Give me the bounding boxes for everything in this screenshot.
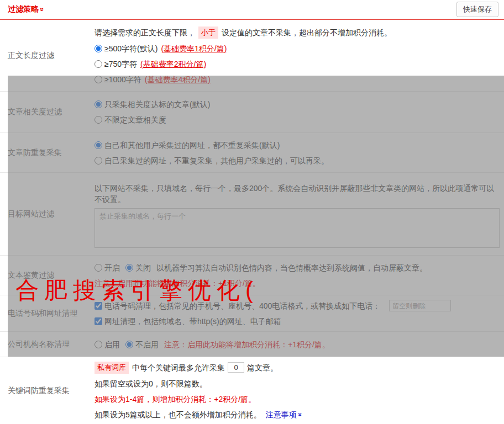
company-option-on-radio[interactable]	[95, 341, 102, 348]
phone-clean-checkbox[interactable]	[95, 302, 102, 310]
row-content-clean: 电话号码清理，包括常见的手机号、座机号、400电话格式，或替换成如下电话： 网址…	[95, 295, 504, 331]
dedup-option-global[interactable]: 自己和其他用户采集过的网址，都不重复采集(默认)	[95, 140, 280, 151]
length-option-750-radio[interactable]	[95, 60, 102, 68]
length-option-500-radio[interactable]	[95, 45, 102, 52]
porn-option-on[interactable]: 开启	[95, 262, 120, 273]
relevance-option-any-radio[interactable]	[95, 116, 102, 124]
quick-save-button[interactable]: 快速保存	[456, 2, 498, 17]
keyword-line1-mid: 中每个关键词最多允许采集	[132, 362, 225, 373]
dedup-option-self-radio[interactable]	[95, 157, 102, 165]
length-option-750[interactable]: ≥750字符 (基础费率2积分/篇)	[95, 59, 206, 70]
dedup-option-self[interactable]: 自己采集过的网址，不重复采集，其他用户采集过的，可以再采。	[95, 155, 329, 166]
porn-filter-description: 以机器学习算法自动识别色情内容，当色情概率达到系统阈值，自动屏蔽文章。	[156, 262, 427, 273]
page-title[interactable]: 过滤策略 »	[8, 4, 44, 14]
row-label-body-length: 正文长度过滤	[0, 20, 95, 91]
length-option-1000-fee: (基础费率4积分/篇)	[145, 74, 211, 85]
row-dedup-filter: 文章防重复采集 自己和其他用户采集过的网址，都不重复采集(默认) 自己采集过的网…	[0, 133, 504, 173]
company-option-off-radio[interactable]	[125, 341, 133, 348]
length-option-1000[interactable]: ≥1000字符 (基础费率4积分/篇)	[95, 74, 211, 85]
keyword-line2: 如果留空或设为0，则不限篇数。	[95, 376, 500, 391]
length-intro-post: 设定值的文章不采集，超出部分不增加积分消耗。	[222, 27, 392, 38]
row-content-body-length: 请选择需求的正文长度下限， 小于 设定值的文章不采集，超出部分不增加积分消耗。 …	[95, 20, 504, 91]
phone-clean-option[interactable]: 电话号码清理，包括常见的手机号、座机号、400电话格式，或替换成如下电话：	[95, 300, 380, 311]
company-option-off[interactable]: 不启用	[125, 339, 159, 350]
company-option-on[interactable]: 启用	[95, 339, 120, 350]
filter-strategy-page: 过滤策略 » 快速保存 正文长度过滤 请选择需求的正文长度下限， 小于 设定值的…	[0, 0, 504, 424]
porn-option-off-radio[interactable]	[125, 264, 133, 272]
length-option-1000-radio[interactable]	[95, 76, 102, 83]
row-label-site: 目标网站过滤	[0, 173, 95, 255]
row-content-porn: 开启 关闭 以机器学习算法自动识别色情内容，当色情概率达到系统阈值，自动屏蔽文章…	[95, 256, 504, 295]
topbar: 过滤策略 » 快速保存	[0, 0, 504, 20]
notice-link-text: 注意事项	[266, 409, 297, 420]
length-option-1000-label: ≥1000字符	[104, 74, 141, 85]
length-option-750-label: ≥750字符	[104, 59, 137, 70]
row-label-company: 公司机构名称清理	[0, 332, 95, 357]
row-label-relevance: 文章相关度过滤	[0, 92, 95, 132]
relevance-option-strict-radio[interactable]	[95, 100, 102, 108]
row-company-filter: 公司机构名称清理 启用 不启用 注意：启用此功能将增加积分消耗：+1积分/篇。	[0, 332, 504, 357]
company-option-on-label: 启用	[104, 339, 120, 350]
length-intro-text: 请选择需求的正文长度下限， 小于 设定值的文章不采集，超出部分不增加积分消耗。	[95, 24, 500, 41]
relevance-option-any-label: 不限定文章相关度	[104, 114, 166, 125]
row-content-keyword: 私有词库 中每个关键词最多允许采集 篇文章。 如果留空或设为0，则不限篇数。 如…	[95, 357, 504, 424]
porn-filter-note: 注意：启用此功能将增加积分消耗：+1积分/篇。	[95, 275, 500, 291]
url-clean-option[interactable]: 网址清理，包括纯域名、带http(s)的网址、电子邮箱	[95, 316, 281, 327]
row-content-relevance: 只采集相关度达标的文章(默认) 不限定文章相关度	[95, 92, 504, 132]
dedup-option-global-radio[interactable]	[95, 141, 102, 149]
url-clean-label: 网址清理，包括纯域名、带http(s)的网址、电子邮箱	[104, 316, 281, 327]
row-body-length-filter: 正文长度过滤 请选择需求的正文长度下限， 小于 设定值的文章不采集，超出部分不增…	[0, 20, 504, 92]
site-filter-description: 以下网站不采集，只填域名，每行一个，最多200个。系统会自动识别并屏蔽那些非文章…	[95, 181, 500, 207]
porn-option-off[interactable]: 关闭	[125, 262, 151, 273]
row-label-keyword: 关键词防重复采集	[0, 357, 95, 424]
keyword-line4: 如果设为5篇或以上，也不会额外增加积分消耗。	[95, 409, 261, 420]
notice-link[interactable]: 注意事项 »	[266, 409, 302, 420]
url-clean-checkbox[interactable]	[95, 317, 102, 325]
row-content-site: 以下网站不采集，只填域名，每行一个，最多200个。系统会自动识别并屏蔽那些非文章…	[95, 173, 504, 255]
row-clean-filter: 电话号码和网址清理 电话号码清理，包括常见的手机号、座机号、400电话格式，或替…	[0, 295, 504, 332]
replacement-phone-input[interactable]	[389, 300, 451, 311]
phone-clean-label: 电话号码清理，包括常见的手机号、座机号、400电话格式，或替换成如下电话：	[104, 300, 380, 311]
porn-option-on-label: 开启	[104, 262, 120, 273]
row-relevance-filter: 文章相关度过滤 只采集相关度达标的文章(默认) 不限定文章相关度	[0, 92, 504, 133]
keyword-line1-end: 篇文章。	[247, 362, 278, 373]
blocked-domains-textarea[interactable]	[95, 208, 500, 248]
length-option-500-fee: (基础费率1积分/篇)	[161, 43, 227, 54]
dedup-option-self-label: 自己采集过的网址，不重复采集，其他用户采集过的，可以再采。	[104, 155, 329, 166]
max-articles-input[interactable]	[228, 362, 244, 373]
porn-option-off-label: 关闭	[135, 262, 151, 273]
length-option-500-label: ≥500字符(默认)	[104, 43, 158, 54]
row-porn-filter: 文本鉴黄过滤 开启 关闭 以机器学习算法自动识别色情内容，当色情概率达到系统阈值…	[0, 256, 504, 295]
length-option-500[interactable]: ≥500字符(默认) (基础费率1积分/篇)	[95, 43, 227, 54]
row-label-clean: 电话号码和网址清理	[0, 295, 95, 331]
less-than-chip: 小于	[198, 26, 218, 39]
notice-chevron-down-icon: »	[295, 412, 306, 416]
length-intro-pre: 请选择需求的正文长度下限，	[95, 27, 195, 38]
porn-option-on-radio[interactable]	[95, 264, 102, 272]
row-label-porn: 文本鉴黄过滤	[0, 256, 95, 295]
company-filter-note: 注意：启用此功能将增加积分消耗：+1积分/篇。	[164, 339, 330, 350]
row-site-filter: 目标网站过滤 以下网站不采集，只填域名，每行一个，最多200个。系统会自动识别并…	[0, 173, 504, 256]
page-title-text: 过滤策略	[8, 4, 39, 14]
row-content-dedup: 自己和其他用户采集过的网址，都不重复采集(默认) 自己采集过的网址，不重复采集，…	[95, 133, 504, 172]
chevron-down-icon: »	[38, 8, 46, 12]
keyword-line3: 如果设为1-4篇，则增加积分消耗：+2积分/篇。	[95, 391, 500, 407]
private-lexicon-chip[interactable]: 私有词库	[95, 362, 129, 374]
row-label-dedup: 文章防重复采集	[0, 133, 95, 172]
row-content-company: 启用 不启用 注意：启用此功能将增加积分消耗：+1积分/篇。	[95, 332, 504, 357]
row-keyword-filter: 关键词防重复采集 私有词库 中每个关键词最多允许采集 篇文章。 如果留空或设为0…	[0, 357, 504, 424]
relevance-option-strict-label: 只采集相关度达标的文章(默认)	[104, 99, 210, 110]
relevance-option-strict[interactable]: 只采集相关度达标的文章(默认)	[95, 99, 210, 110]
length-option-750-fee: (基础费率2积分/篇)	[140, 59, 206, 70]
relevance-option-any[interactable]: 不限定文章相关度	[95, 114, 166, 125]
dedup-option-global-label: 自己和其他用户采集过的网址，都不重复采集(默认)	[104, 140, 280, 151]
company-option-off-label: 不启用	[135, 339, 159, 350]
